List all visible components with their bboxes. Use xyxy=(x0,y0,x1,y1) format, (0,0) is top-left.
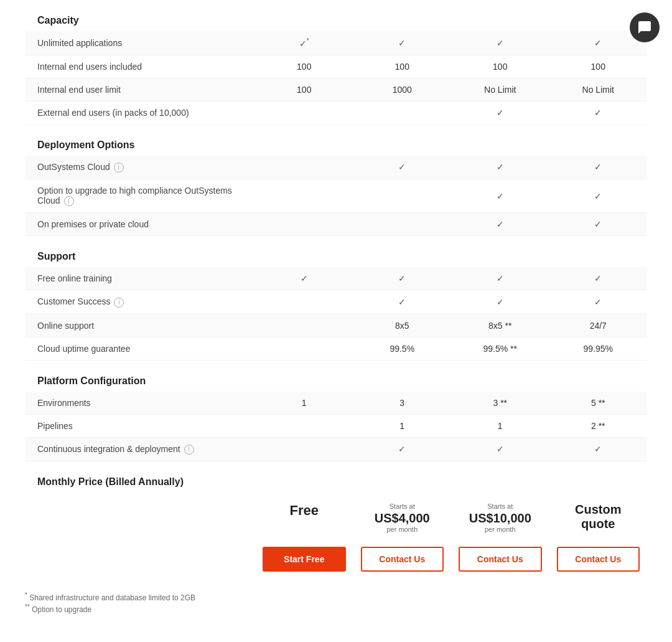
col-3: 3 ** xyxy=(451,392,549,415)
section-header: Deployment Options xyxy=(25,124,647,156)
table-row: Pipelines 1 1 2 ** xyxy=(25,414,647,437)
col-3: ✓ xyxy=(451,267,549,290)
pricing-table: Capacity Unlimited applications ✓* ✓ ✓ ✓… xyxy=(25,0,647,582)
footnote-double-star: ** Option to upgrade xyxy=(25,603,647,614)
plan-button-cell-2: Contact Us xyxy=(451,537,549,582)
col-3: 99.5% ** xyxy=(451,337,549,360)
col-4: ✓ xyxy=(549,101,648,124)
footnotes: * Shared infrastructure and database lim… xyxy=(25,592,647,614)
table-row: Internal end user limit 100 1000 No Limi… xyxy=(25,78,647,101)
footnote-star: * Shared infrastructure and database lim… xyxy=(25,592,647,602)
table-row: Online support 8x5 8x5 ** 24/7 xyxy=(25,314,647,337)
table-row: Customer Successi ✓ ✓ ✓ xyxy=(25,290,647,314)
col-1 xyxy=(255,156,353,179)
checkmark-icon: ✓ xyxy=(398,297,406,307)
feature-name: Unlimited applications xyxy=(25,31,255,55)
section-header: Support xyxy=(25,236,647,268)
feature-name: Continuous integration & deploymenti xyxy=(25,437,255,461)
checkmark-icon: ✓ xyxy=(594,191,602,201)
checkmark-icon: ✓ xyxy=(497,191,504,201)
info-icon[interactable]: i xyxy=(64,196,74,206)
checkmark-icon: ✓ xyxy=(398,444,406,454)
checkmark-icon: ✓ xyxy=(594,297,602,307)
checkmark-icon: ✓ xyxy=(497,273,504,283)
col-1 xyxy=(255,179,353,212)
checkmark-icon: ✓ xyxy=(497,162,504,172)
col-4: 2 ** xyxy=(549,414,648,437)
col-3: ✓ xyxy=(451,179,549,212)
col-2: 99.5% xyxy=(353,337,452,360)
table-row: Option to upgrade to high compliance Out… xyxy=(25,179,647,212)
col-1: ✓ xyxy=(255,267,353,290)
col-1: ✓* xyxy=(255,31,353,55)
col-3: 8x5 ** xyxy=(451,314,549,337)
checkmark-icon: ✓ xyxy=(594,444,602,454)
col-2: 1000 xyxy=(353,78,452,101)
col-3: ✓ xyxy=(451,156,549,179)
button-row: Start FreeContact UsContact UsContact Us xyxy=(25,537,647,582)
checkmark-icon: ✓ xyxy=(398,162,406,172)
checkmark-icon: ✓ xyxy=(497,219,504,229)
info-icon[interactable]: i xyxy=(184,445,194,455)
feature-name: Internal end user limit xyxy=(25,78,255,101)
col-1 xyxy=(255,101,353,124)
section-header: Platform Configuration xyxy=(25,360,647,392)
plan-button-cell-1: Contact Us xyxy=(353,537,452,582)
col-1 xyxy=(255,290,353,314)
col-2: ✓ xyxy=(353,437,452,461)
col-4: 100 xyxy=(549,55,648,78)
col-1 xyxy=(255,437,353,461)
contact-us-button-1[interactable]: Contact Us xyxy=(361,547,444,572)
table-row: Free online training ✓ ✓ ✓ ✓ xyxy=(25,267,647,290)
table-row: Unlimited applications ✓* ✓ ✓ ✓ xyxy=(25,31,647,55)
price-per-month: per month xyxy=(361,526,444,533)
col-3: ✓ xyxy=(451,290,549,314)
checkmark-icon: ✓ xyxy=(594,108,602,118)
checkmark-icon: ✓ xyxy=(497,444,504,454)
col-4: 99.95% xyxy=(549,337,648,360)
feature-name: Internal end users included xyxy=(25,55,255,78)
checkmark-icon: ✓ xyxy=(398,273,406,283)
feature-name: Pipelines xyxy=(25,414,255,437)
price-amount: US$4,000 xyxy=(361,511,444,526)
col-3: 100 xyxy=(451,55,549,78)
price-per-month: per month xyxy=(459,526,542,533)
checkmark-icon: ✓ xyxy=(398,38,406,48)
checkmark-icon: ✓ xyxy=(594,38,602,48)
plan-price-cell-2: Starts at US$10,000 per month xyxy=(451,493,549,537)
feature-name: Option to upgrade to high compliance Out… xyxy=(25,179,255,212)
feature-name: External end users (in packs of 10,000) xyxy=(25,101,255,124)
contact-us-button-3[interactable]: Contact Us xyxy=(557,547,640,572)
feature-name: OutSystems Cloudi xyxy=(25,156,255,179)
checkmark-icon: ✓ xyxy=(594,162,602,172)
checkmark-star-icon: ✓* xyxy=(299,39,309,49)
col-3: 1 xyxy=(451,414,549,437)
col-4: ✓ xyxy=(549,437,648,461)
col-2 xyxy=(353,101,452,124)
col-4: 24/7 xyxy=(549,314,648,337)
col-2: 100 xyxy=(353,55,452,78)
col-2: 8x5 xyxy=(353,314,452,337)
plan-button-cell-0: Start Free xyxy=(255,537,353,582)
col-3: ✓ xyxy=(451,437,549,461)
col-4: 5 ** xyxy=(549,392,648,415)
info-icon[interactable]: i xyxy=(114,298,124,308)
col-1 xyxy=(255,213,353,236)
price-row: Free Starts at US$4,000 per month Starts… xyxy=(25,493,647,537)
table-row: Internal end users included 100 100 100 … xyxy=(25,55,647,78)
chat-widget[interactable] xyxy=(630,12,660,42)
chat-icon xyxy=(637,20,652,35)
feature-name: Environments xyxy=(25,392,255,415)
col-2: 3 xyxy=(353,392,452,415)
col-2: ✓ xyxy=(353,156,452,179)
feature-name: Free online training xyxy=(25,267,255,290)
col-2: ✓ xyxy=(353,31,452,55)
contact-us-button-2[interactable]: Contact Us xyxy=(459,547,542,572)
price-free: Free xyxy=(290,503,319,518)
info-icon[interactable]: i xyxy=(114,163,124,172)
checkmark-icon: ✓ xyxy=(497,108,504,118)
checkmark-icon: ✓ xyxy=(497,297,504,307)
table-row: External end users (in packs of 10,000) … xyxy=(25,101,647,124)
checkmark-icon: ✓ xyxy=(594,273,602,283)
start-free-button[interactable]: Start Free xyxy=(263,547,346,572)
